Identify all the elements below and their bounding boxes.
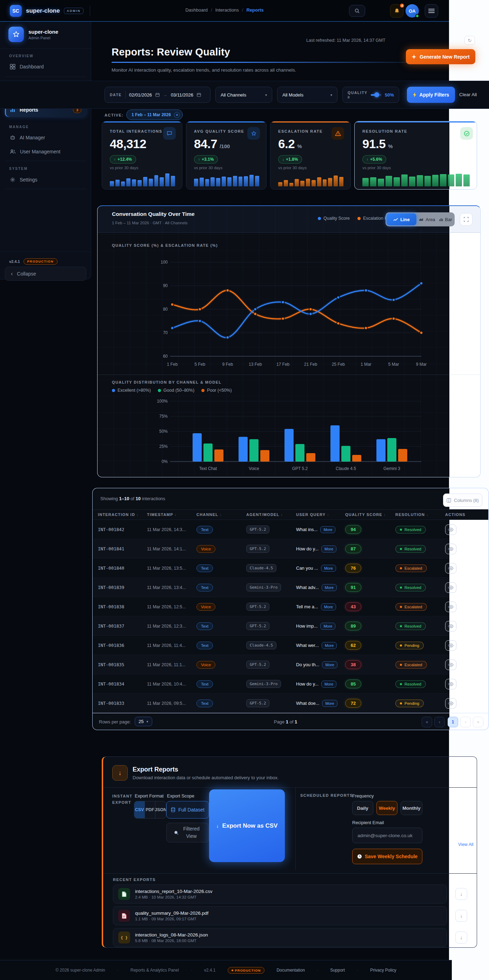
more-button[interactable]: More	[322, 584, 337, 591]
export-now-button[interactable]: ↓ Export Now as CSV	[209, 789, 285, 862]
table-header-user-query[interactable]: USER QUERY↕	[296, 512, 345, 517]
view-interaction-button[interactable]	[445, 660, 456, 670]
pagination-first-button[interactable]: «	[422, 717, 432, 727]
recent-export-row[interactable]: quality_summary_09-Mar-2026.pdf 1.1 MB ·…	[113, 906, 447, 925]
recipient-email-input[interactable]	[352, 828, 422, 843]
date-to-value[interactable]: 03/11/2026	[171, 92, 193, 97]
columns-button[interactable]: Columns (8)	[443, 493, 482, 507]
more-button[interactable]: More	[321, 681, 337, 687]
brand-logo[interactable]: SC	[10, 5, 22, 17]
page-info: Page 1 of 1	[247, 719, 324, 724]
view-interaction-button[interactable]	[445, 698, 456, 709]
download-file-button[interactable]: ↓	[455, 910, 467, 922]
scope-filtered-view-button[interactable]: Filtered View	[166, 823, 209, 842]
table-row[interactable]: INT-00183711 Mar 2026, 12:3...TextGPT-5.…	[93, 616, 488, 636]
fullscreen-button[interactable]	[460, 213, 473, 226]
more-button[interactable]: More	[322, 661, 337, 668]
search-button[interactable]	[349, 5, 365, 17]
download-file-button[interactable]: ↓	[455, 888, 467, 900]
frequency-daily-button[interactable]: Daily	[352, 801, 373, 815]
more-button[interactable]: More	[321, 546, 337, 552]
footer-link-documentation[interactable]: Documentation	[276, 968, 305, 973]
breadcrumb-dashboard[interactable]: Dashboard	[185, 7, 208, 13]
notifications-button[interactable]: 4	[390, 4, 403, 18]
view-interaction-button[interactable]	[445, 582, 456, 593]
sidebar-app-logo[interactable]	[8, 27, 24, 42]
generate-new-report-button[interactable]: Generate New Report	[406, 49, 475, 64]
breadcrumb-reports[interactable]: Reports	[246, 7, 264, 13]
view-interaction-button[interactable]	[445, 679, 456, 689]
svg-text:1 Mar: 1 Mar	[360, 362, 372, 367]
rows-per-page-select[interactable]: 25▾	[135, 717, 152, 726]
table-row[interactable]: INT-00183611 Mar 2026, 11:4...TextClaude…	[93, 636, 488, 655]
table-row[interactable]: INT-00184011 Mar 2026, 13:5...TextClaude…	[93, 558, 488, 578]
table-header-quality-score[interactable]: QUALITY SCORE↕	[345, 512, 395, 517]
table-row[interactable]: INT-00183411 Mar 2026, 10:4...TextGemini…	[93, 674, 488, 694]
footer-link-support[interactable]: Support	[330, 968, 345, 973]
footer-link-privacy[interactable]: Privacy Policy	[370, 968, 396, 973]
format-json-button[interactable]: JSON	[156, 801, 166, 818]
more-button[interactable]: More	[322, 700, 337, 707]
download-file-button[interactable]: ↓	[455, 932, 467, 943]
pagination-last-button[interactable]: »	[473, 717, 483, 727]
view-interaction-button[interactable]	[445, 544, 456, 554]
menu-button[interactable]	[425, 4, 438, 18]
format-pdf-button[interactable]: PDF	[145, 801, 156, 818]
frequency-weekly-button[interactable]: Weekly	[376, 801, 397, 815]
channels-select[interactable]: All Channels ▾	[215, 87, 272, 103]
table-row[interactable]: INT-00183911 Mar 2026, 13:4...TextGemini…	[93, 578, 488, 597]
models-select[interactable]: All Models ▾	[277, 87, 337, 103]
fullscreen-icon	[464, 217, 468, 222]
toggle-area[interactable]: Area	[416, 213, 437, 225]
sidebar-item-user-management[interactable]: User Management	[5, 145, 86, 158]
date-range-field[interactable]: DATE 02/01/2026 → 03/11/2026	[105, 87, 211, 103]
sidebar-item-dashboard[interactable]: Dashboard	[5, 60, 86, 73]
table-row[interactable]: INT-00183511 Mar 2026, 11:1...VoiceGPT-5…	[93, 655, 488, 674]
table-row[interactable]: INT-00184111 Mar 2026, 14:1...VoiceGPT-5…	[93, 539, 488, 558]
slider-thumb[interactable]	[374, 92, 379, 97]
view-all-link[interactable]: View All	[458, 842, 473, 847]
table-header-agent-model[interactable]: AGENT/MODEL↕	[246, 512, 296, 517]
collapse-button[interactable]: ‹ Collapse	[5, 267, 86, 281]
table-row[interactable]: INT-00183311 Mar 2026, 09:5...TextGPT-5.…	[93, 694, 488, 713]
more-button[interactable]: More	[320, 623, 335, 630]
chip-close-icon[interactable]: ✕	[174, 112, 180, 118]
pagination-next-button[interactable]: ›	[460, 717, 471, 727]
more-button[interactable]: More	[322, 642, 337, 649]
save-weekly-schedule-button[interactable]: Save Weekly Schedule	[352, 849, 422, 864]
more-button[interactable]: More	[321, 565, 336, 572]
quality-slider[interactable]	[371, 94, 381, 96]
avatar[interactable]: OA	[405, 4, 419, 18]
date-from-value[interactable]: 02/01/2026	[129, 92, 152, 97]
table-header-resolution[interactable]: RESOLUTION↕	[395, 512, 445, 517]
breadcrumb-interactions[interactable]: Interactions	[215, 7, 239, 13]
svg-text:17 Feb: 17 Feb	[276, 362, 290, 367]
toggle-line[interactable]: Line	[387, 213, 416, 225]
recent-export-row[interactable]: interactions_report_10-Mar-2026.csv 2.4 …	[113, 885, 447, 904]
view-interaction-button[interactable]	[445, 601, 456, 612]
apply-filters-button[interactable]: Apply Filters	[407, 87, 455, 103]
pagination-prev-button[interactable]: ‹	[434, 717, 445, 727]
sidebar-item-settings[interactable]: Settings	[5, 173, 86, 186]
view-interaction-button[interactable]	[445, 524, 456, 535]
format-csv-button[interactable]: CSV	[134, 801, 145, 818]
view-interaction-button[interactable]	[445, 621, 456, 632]
view-interaction-button[interactable]	[445, 563, 456, 574]
table-header-interaction-id[interactable]: INTERACTION ID↕	[98, 512, 147, 517]
table-row[interactable]: INT-00183811 Mar 2026, 12:5...VoiceGPT-5…	[93, 597, 488, 616]
sidebar-item-ai-manager[interactable]: AI Manager	[5, 131, 86, 144]
svg-text:GPT 5.2: GPT 5.2	[292, 466, 308, 471]
recent-export-row[interactable]: { } interaction_logs_08-Mar-2026.json 5.…	[113, 928, 447, 947]
pagination-page-1-button[interactable]: 1	[448, 717, 458, 727]
scope-full-dataset-button[interactable]: Full Dataset	[166, 801, 209, 819]
refresh-button[interactable]: ↻	[464, 36, 475, 45]
table-header-timestamp[interactable]: TIMESTAMP↕	[147, 512, 197, 517]
view-interaction-button[interactable]	[445, 640, 456, 651]
clear-all-button[interactable]: Clear All	[459, 92, 477, 97]
more-button[interactable]: More	[321, 603, 336, 610]
toggle-bar[interactable]: Bar	[437, 213, 454, 225]
table-header-channel[interactable]: CHANNEL↕	[197, 512, 246, 517]
frequency-monthly-button[interactable]: Monthly	[401, 801, 422, 815]
table-row[interactable]: INT-00184211 Mar 2026, 14:3...TextGPT-5.…	[93, 520, 488, 539]
more-button[interactable]: More	[320, 526, 335, 533]
